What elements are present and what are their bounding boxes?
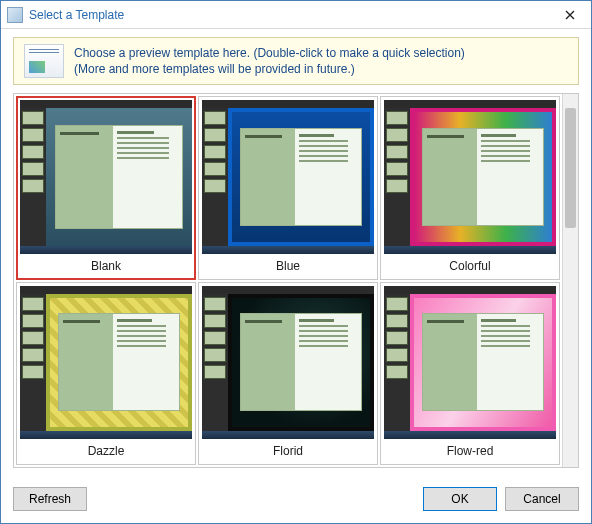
- window-title: Select a Template: [29, 8, 555, 22]
- template-thumbnail: [384, 286, 556, 440]
- close-button[interactable]: [555, 5, 585, 25]
- info-line-1: Choose a preview template here. (Double-…: [74, 45, 465, 61]
- template-label: Blue: [202, 254, 374, 276]
- scrollbar[interactable]: [562, 94, 578, 467]
- ok-button[interactable]: OK: [423, 487, 497, 511]
- template-cell[interactable]: Blank: [16, 96, 196, 280]
- template-label: Colorful: [384, 254, 556, 276]
- template-label: Flow-red: [384, 439, 556, 461]
- app-icon: [7, 7, 23, 23]
- info-panel: Choose a preview template here. (Double-…: [13, 37, 579, 85]
- template-thumbnail: [20, 100, 192, 254]
- filmstrip-icon: [202, 108, 228, 246]
- filmstrip-icon: [20, 108, 46, 246]
- template-cell[interactable]: Blue: [198, 96, 378, 280]
- scrollbar-thumb[interactable]: [565, 108, 576, 228]
- template-grid: BlankBlueColorfulDazzleFloridFlow-red: [14, 94, 562, 467]
- filmstrip-icon: [20, 294, 46, 432]
- template-cell[interactable]: Flow-red: [380, 282, 560, 466]
- close-icon: [565, 10, 575, 20]
- template-label: Dazzle: [20, 439, 192, 461]
- template-cell[interactable]: Colorful: [380, 96, 560, 280]
- slide-stage: [410, 108, 556, 246]
- template-thumbnail: [202, 286, 374, 440]
- info-line-2: (More and more templates will be provide…: [74, 61, 465, 77]
- slide-stage: [228, 294, 374, 432]
- template-thumbnail: [202, 100, 374, 254]
- slide-stage: [46, 294, 192, 432]
- template-label: Florid: [202, 439, 374, 461]
- slide-stage: [228, 108, 374, 246]
- filmstrip-icon: [384, 108, 410, 246]
- refresh-button[interactable]: Refresh: [13, 487, 87, 511]
- filmstrip-icon: [384, 294, 410, 432]
- slide-stage: [410, 294, 556, 432]
- template-cell[interactable]: Florid: [198, 282, 378, 466]
- template-gallery: BlankBlueColorfulDazzleFloridFlow-red: [13, 93, 579, 468]
- slide-stage: [46, 108, 192, 246]
- template-label: Blank: [20, 254, 192, 276]
- template-cell[interactable]: Dazzle: [16, 282, 196, 466]
- titlebar: Select a Template: [1, 1, 591, 29]
- button-row: Refresh OK Cancel: [13, 487, 579, 511]
- template-thumbnail: [384, 100, 556, 254]
- filmstrip-icon: [202, 294, 228, 432]
- cancel-button[interactable]: Cancel: [505, 487, 579, 511]
- info-text: Choose a preview template here. (Double-…: [74, 45, 465, 77]
- template-preview-icon: [24, 44, 64, 78]
- template-thumbnail: [20, 286, 192, 440]
